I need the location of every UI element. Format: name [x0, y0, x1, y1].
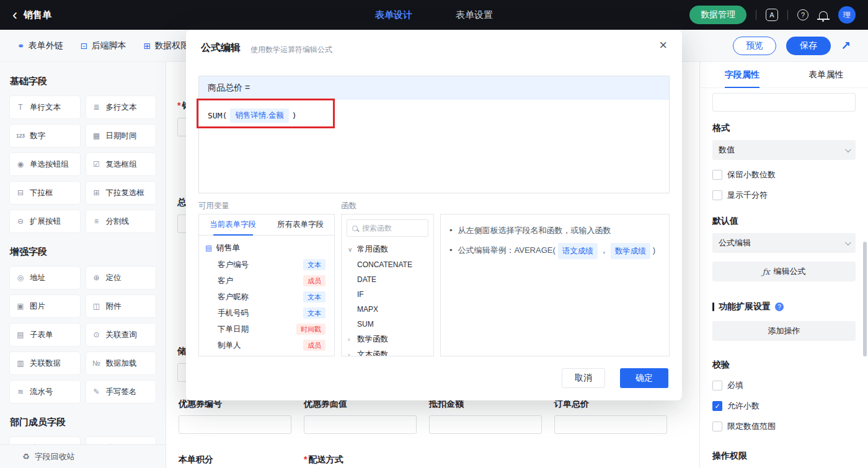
modal-footer: 取消 确定 — [562, 368, 668, 388]
function-item-mapx[interactable]: MAPX — [342, 302, 433, 317]
help-icon[interactable]: ? — [797, 9, 808, 20]
sidebar-item-single-line-text[interactable]: T单行文本 — [10, 96, 80, 118]
topbar: ‹ 销售单 表单设计 表单设置 数据管理 A ? 理 — [0, 0, 868, 30]
field-recycle-bin[interactable]: ♻ 字段回收站 — [0, 444, 166, 468]
section-enhanced-fields: 增强字段 — [10, 246, 156, 258]
sidebar-item-dropdown-multi[interactable]: ⊞下拉复选框 — [86, 182, 156, 204]
type-tag: 成员 — [303, 275, 326, 286]
variable-row-customer-nickname[interactable]: 客户昵称 文本 — [205, 289, 328, 305]
function-item-if[interactable]: IF — [342, 287, 433, 302]
field-title-input[interactable] — [712, 93, 856, 112]
backend-script-link[interactable]: ⊡ 后端脚本 — [81, 40, 126, 51]
calendar-icon: ▦ — [92, 131, 102, 140]
sidebar-item-subform[interactable]: ▤子表单 — [10, 324, 80, 346]
divider-icon: ≡ — [92, 217, 102, 226]
basic-fields-grid: T单行文本 ≣多行文本 123数字 ▦日期时间 ◉单选按钮组 ☑复选框组 ⊟下拉… — [10, 96, 156, 232]
dropdown-icon: ⊟ — [16, 188, 25, 197]
function-item-concatenate[interactable]: CONCATENATE — [342, 257, 433, 272]
variable-row-order-date[interactable]: 下单日期 时间戳 — [205, 321, 328, 337]
field-coupon-value: 优惠券面值 — [304, 399, 417, 434]
type-tag: 文本 — [303, 291, 326, 302]
format-select[interactable]: 数值 — [712, 140, 856, 160]
limit-range-checkbox[interactable] — [712, 422, 722, 431]
back-chevron-icon[interactable]: ‹ — [12, 1, 17, 29]
order-total-input[interactable] — [554, 415, 667, 434]
translate-icon[interactable]: A — [766, 9, 778, 21]
variables-root-form[interactable]: ▤ 销售单 — [205, 239, 328, 257]
modal-title: 公式编辑 — [201, 42, 241, 55]
sidebar-item-image[interactable]: ▣图片 — [10, 295, 80, 317]
default-value-select[interactable]: 公式编辑 — [712, 233, 856, 253]
tab-form-settings[interactable]: 表单设置 — [456, 9, 493, 21]
extension-help-icon[interactable]: ? — [775, 302, 784, 311]
close-icon[interactable]: × — [659, 38, 667, 52]
cancel-button[interactable]: 取消 — [562, 368, 605, 388]
field-order-total: 订单总价 — [554, 399, 667, 434]
sidebar-item-number[interactable]: 123数字 — [10, 125, 80, 147]
function-item-date[interactable]: DATE — [342, 272, 433, 287]
radio-icon: ◉ — [16, 160, 25, 169]
sidebar-item-signature[interactable]: ✎手写签名 — [86, 381, 156, 403]
tab-field-properties[interactable]: 字段属性 — [700, 62, 784, 87]
extend-button-icon: ⊖ — [16, 217, 25, 226]
sidebar-item-data-load[interactable]: №数据加载 — [86, 352, 156, 374]
points-row: 本单积分 *配送方式 — [179, 454, 417, 468]
formula-field-token[interactable]: 销售详情.金额 — [230, 108, 288, 123]
user-avatar[interactable]: 理 — [838, 6, 856, 24]
scrollbar-thumb[interactable] — [863, 242, 867, 356]
deduction-amount-input[interactable] — [429, 415, 542, 434]
sidebar-item-divider[interactable]: ≡分割线 — [86, 210, 156, 232]
sidebar-item-datetime[interactable]: ▦日期时间 — [86, 125, 156, 147]
type-tag: 成员 — [303, 340, 326, 351]
coupon-number-input[interactable] — [179, 415, 291, 434]
function-group-common[interactable]: ∨ 常用函数 — [342, 242, 433, 257]
sidebar-item-serial-number[interactable]: ≋流水号 — [10, 381, 80, 403]
sidebar-item-checkbox-group[interactable]: ☑复选框组 — [86, 153, 156, 175]
thousand-separator-checkbox[interactable] — [712, 190, 722, 200]
function-group-math[interactable]: › 数学函数 — [342, 332, 433, 347]
variables-tabs: 当前表单字段 所有表单字段 — [199, 214, 334, 236]
variable-row-phone-number[interactable]: 手机号码 文本 — [205, 305, 328, 321]
tab-form-properties[interactable]: 表单属性 — [784, 62, 868, 87]
data-manage-button[interactable]: 数据管理 — [689, 6, 746, 24]
tab-form-design[interactable]: 表单设计 — [375, 9, 412, 21]
sidebar-item-multi-line-text[interactable]: ≣多行文本 — [86, 96, 156, 118]
allow-decimal-checkbox[interactable] — [712, 401, 722, 411]
form-external-link[interactable]: ⚭ 表单外链 — [17, 40, 63, 51]
variable-row-customer[interactable]: 客户 成员 — [205, 273, 328, 289]
sidebar-item-linked-data[interactable]: ▥关联数据 — [10, 352, 80, 374]
sidebar-item-location[interactable]: ⊕定位 — [86, 267, 156, 289]
type-tag: 文本 — [303, 307, 326, 319]
variable-row-order-creator[interactable]: 制单人 成员 — [205, 337, 328, 353]
divider — [756, 10, 756, 20]
notification-bell-icon[interactable] — [819, 11, 828, 19]
function-item-sum[interactable]: SUM — [342, 317, 433, 332]
confirm-button[interactable]: 确定 — [620, 368, 668, 388]
coupon-value-input[interactable] — [304, 415, 417, 434]
preview-button[interactable]: 预览 — [733, 37, 776, 55]
sidebar-item-attachment[interactable]: ◫附件 — [86, 295, 156, 317]
sidebar-item-radio-group[interactable]: ◉单选按钮组 — [10, 153, 80, 175]
function-search-input[interactable] — [362, 224, 423, 232]
keep-decimal-checkbox[interactable] — [712, 170, 722, 180]
share-icon[interactable]: ↗ — [841, 38, 851, 53]
sidebar-item-extend-button[interactable]: ⊖扩展按钮 — [10, 210, 80, 232]
tab-current-form-fields[interactable]: 当前表单字段 — [199, 214, 267, 235]
required-checkbox[interactable] — [712, 381, 722, 391]
bullet-icon: • — [450, 243, 453, 258]
function-group-text[interactable]: › 文本函数 — [342, 347, 433, 356]
sidebar-item-linked-query[interactable]: ⊙关联查询 — [86, 324, 156, 346]
save-button[interactable]: 保存 — [786, 37, 831, 55]
field-order-points: 本单积分 — [179, 454, 291, 468]
tab-all-form-fields[interactable]: 所有表单字段 — [267, 214, 334, 235]
sidebar-item-dropdown[interactable]: ⊟下拉框 — [10, 182, 80, 204]
add-action-button[interactable]: 添加操作 — [712, 321, 856, 341]
variable-row-customer-number[interactable]: 客户编号 文本 — [205, 257, 328, 273]
data-permission-link[interactable]: ⊞ 数据权限 — [143, 40, 189, 51]
formula-expression[interactable]: SUM( 销售详情.金额 ) — [199, 100, 669, 131]
variables-tree: ▤ 销售单 客户编号 文本 客户 成员 客户昵称 文本 手机号码 文本 — [199, 236, 334, 353]
sidebar-item-address[interactable]: ◎地址 — [10, 267, 80, 289]
search-icon — [352, 226, 358, 231]
linked-query-icon: ⊙ — [92, 330, 102, 339]
edit-formula-button[interactable]: ƒx 编辑公式 — [712, 262, 856, 281]
